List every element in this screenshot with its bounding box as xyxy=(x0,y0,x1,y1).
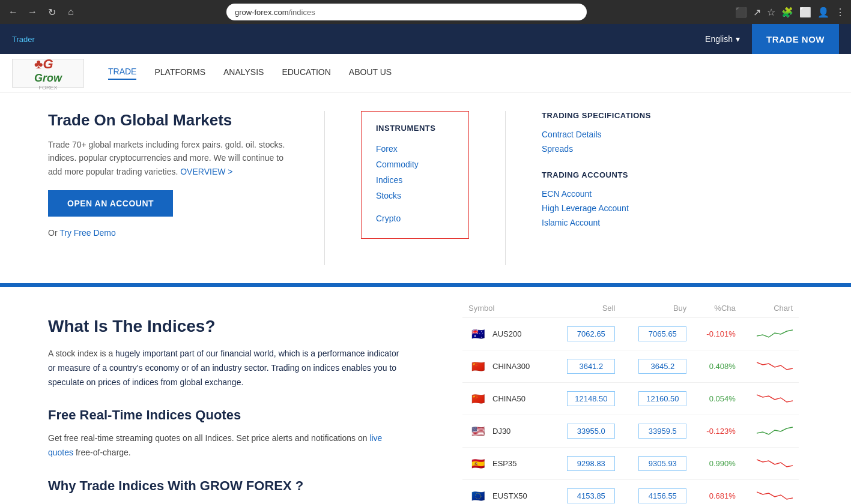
language-label: English xyxy=(705,34,733,44)
trading-specs-list: Contract Details Spreads xyxy=(542,127,674,156)
buy-cell-5[interactable]: 4156.55 xyxy=(621,480,692,505)
nav-platforms[interactable]: PLATFORMS xyxy=(154,67,205,79)
profile-icon[interactable]: 👤 xyxy=(817,7,829,18)
star-icon[interactable]: ☆ xyxy=(767,7,775,18)
spreads-link[interactable]: Spreads xyxy=(542,142,674,156)
live-quotes-link[interactable]: live quotes xyxy=(48,433,382,457)
indices-table: Symbol Sell Buy %Cha Chart 🇦🇺 AUS200 706… xyxy=(462,299,799,504)
trading-specs-panel: TRADING SPECIFICATIONS Contract Details … xyxy=(542,111,674,265)
main-nav: ♣G Grow FOREX TRADE PLATFORMS ANALYSIS E… xyxy=(0,54,851,93)
col-chart: Chart xyxy=(742,299,799,318)
symbol-cell-3: 🇺🇸 DJ30 xyxy=(462,415,550,448)
trader-link[interactable]: Trader xyxy=(12,35,35,44)
table-row: 🇺🇸 DJ30 33955.0 33959.5 -0.123% xyxy=(462,415,799,448)
flag-3: 🇺🇸 xyxy=(468,422,488,441)
flag-5: 🇪🇺 xyxy=(468,487,488,505)
top-bar: Trader English ▾ TRADE NOW xyxy=(0,24,851,54)
instruments-crypto[interactable]: Crypto xyxy=(376,211,454,226)
sell-cell-5[interactable]: 4153.85 xyxy=(550,480,621,505)
sell-cell-0[interactable]: 7062.65 xyxy=(550,318,621,350)
trading-specifications-section: TRADING SPECIFICATIONS Contract Details … xyxy=(542,111,674,156)
sell-price-2[interactable]: 12148.50 xyxy=(567,391,615,406)
refresh-button[interactable]: ↻ xyxy=(44,5,59,19)
logo-area: ♣G Grow FOREX xyxy=(12,59,84,88)
symbol-cell-2: 🇨🇳 CHINA50 xyxy=(462,383,550,415)
back-button[interactable]: ← xyxy=(6,5,20,19)
col-change: %Cha xyxy=(692,299,741,318)
table-row: 🇦🇺 AUS200 7062.65 7065.65 -0.101% xyxy=(462,318,799,350)
language-selector[interactable]: English ▾ xyxy=(693,34,752,44)
flag-4: 🇪🇸 xyxy=(468,454,488,473)
logo[interactable]: ♣G Grow FOREX xyxy=(12,59,84,88)
dropdown-hero: Trade On Global Markets Trade 70+ global… xyxy=(48,111,288,265)
change-cell-0: -0.101% xyxy=(692,318,741,350)
sell-cell-3[interactable]: 33955.0 xyxy=(550,415,621,448)
buy-cell-2[interactable]: 12160.50 xyxy=(621,383,692,415)
trade-now-button[interactable]: TRADE NOW xyxy=(752,24,839,54)
symbol-name-4: ESP35 xyxy=(492,459,516,468)
change-cell-1: 0.408% xyxy=(692,350,741,383)
puzzle-icon[interactable]: 🧩 xyxy=(781,7,793,18)
nav-trade[interactable]: TRADE xyxy=(108,67,136,80)
col-symbol: Symbol xyxy=(462,299,550,318)
trading-accounts-section: TRADING ACCOUNTS ECN Account High Levera… xyxy=(542,170,674,230)
sell-cell-1[interactable]: 3641.2 xyxy=(550,350,621,383)
buy-cell-0[interactable]: 7065.65 xyxy=(621,318,692,350)
section2-desc: Get free real-time streaming quotes on a… xyxy=(48,431,402,460)
buy-cell-3[interactable]: 33959.5 xyxy=(621,415,692,448)
buy-price-0[interactable]: 7065.65 xyxy=(638,326,686,341)
instruments-list: Forex Commodity Indices Stocks xyxy=(376,141,454,203)
change-cell-4: 0.990% xyxy=(692,448,741,480)
chart-cell-5 xyxy=(742,480,799,505)
sell-price-0[interactable]: 7062.65 xyxy=(567,326,615,341)
symbol-cell-0: 🇦🇺 AUS200 xyxy=(462,318,550,350)
forward-button[interactable]: → xyxy=(25,5,40,19)
islamic-account-link[interactable]: Islamic Account xyxy=(542,215,674,230)
chart-cell-1 xyxy=(742,350,799,383)
buy-price-4[interactable]: 9305.93 xyxy=(638,456,686,471)
buy-price-2[interactable]: 12160.50 xyxy=(638,391,686,406)
contract-details-link[interactable]: Contract Details xyxy=(542,127,674,142)
buy-cell-1[interactable]: 3645.2 xyxy=(621,350,692,383)
menu-icon[interactable]: ⋮ xyxy=(835,7,845,18)
url-path: /indices xyxy=(289,8,315,17)
section1-desc: A stock index is a hugely important part… xyxy=(48,347,402,389)
buy-price-1[interactable]: 3645.2 xyxy=(638,359,686,374)
symbol-name-0: AUS200 xyxy=(492,329,521,338)
nav-education[interactable]: EDUCATION xyxy=(282,67,330,79)
sell-price-3[interactable]: 33955.0 xyxy=(567,424,615,439)
try-demo-link[interactable]: Try Free Demo xyxy=(59,228,116,238)
buy-price-5[interactable]: 4156.55 xyxy=(638,488,686,503)
table-row: 🇪🇸 ESP35 9298.83 9305.93 0.990% xyxy=(462,448,799,480)
dropdown-area: Trade On Global Markets Trade 70+ global… xyxy=(0,93,851,285)
instruments-stocks[interactable]: Stocks xyxy=(376,188,454,203)
chart-cell-2 xyxy=(742,383,799,415)
trading-accounts-title: TRADING ACCOUNTS xyxy=(542,170,674,179)
cast-icon[interactable]: ⬛ xyxy=(735,7,747,18)
instruments-commodity[interactable]: Commodity xyxy=(376,157,454,172)
buy-price-3[interactable]: 33959.5 xyxy=(638,424,686,439)
sell-cell-2[interactable]: 12148.50 xyxy=(550,383,621,415)
window-icon[interactable]: ⬜ xyxy=(799,7,811,18)
content-right: Symbol Sell Buy %Cha Chart 🇦🇺 AUS200 706… xyxy=(450,287,811,504)
url-bar[interactable]: grow-forex.com /indices xyxy=(226,4,587,20)
section3-title: Why Trade Indices With GROW FOREX ? xyxy=(48,478,402,494)
high-leverage-link[interactable]: High Leverage Account xyxy=(542,201,674,215)
overview-link[interactable]: OVERVIEW > xyxy=(180,167,232,176)
instruments-panel: INSTRUMENTS Forex Commodity Indices Stoc… xyxy=(361,111,469,239)
instruments-forex[interactable]: Forex xyxy=(376,141,454,157)
share-icon[interactable]: ↗ xyxy=(753,7,761,18)
symbol-name-1: CHINA300 xyxy=(492,362,530,371)
open-account-button[interactable]: OPEN AN ACCOUNT xyxy=(48,190,173,217)
sell-price-5[interactable]: 4153.85 xyxy=(567,488,615,503)
nav-about-us[interactable]: ABOUT US xyxy=(349,67,392,79)
nav-analysis[interactable]: ANALYSIS xyxy=(223,67,264,79)
sell-cell-4[interactable]: 9298.83 xyxy=(550,448,621,480)
ecn-account-link[interactable]: ECN Account xyxy=(542,187,674,201)
sell-price-4[interactable]: 9298.83 xyxy=(567,456,615,471)
sell-price-1[interactable]: 3641.2 xyxy=(567,359,615,374)
change-cell-3: -0.123% xyxy=(692,415,741,448)
buy-cell-4[interactable]: 9305.93 xyxy=(621,448,692,480)
instruments-indices[interactable]: Indices xyxy=(376,172,454,188)
home-button[interactable]: ⌂ xyxy=(64,5,78,19)
